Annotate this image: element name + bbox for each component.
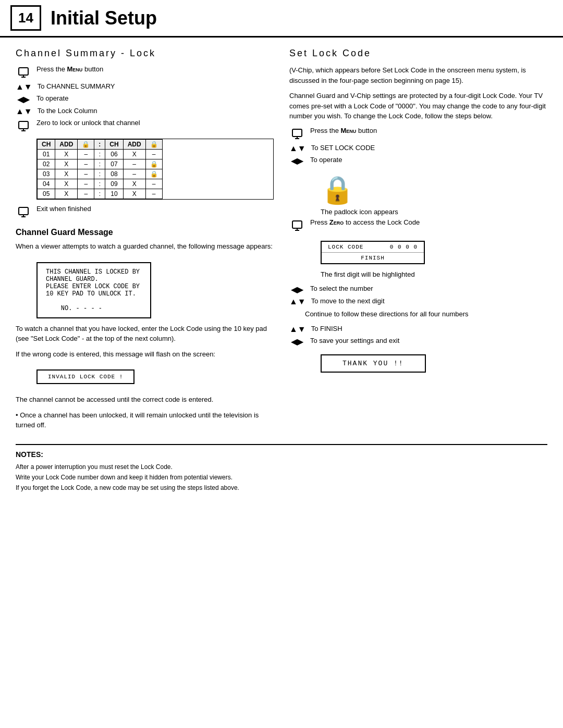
- table-row: 01X–:06X–: [38, 150, 163, 159]
- invalid-lock-code-box: INVALID LOCK CODE !: [36, 369, 134, 384]
- col-ch-2: CH: [105, 140, 123, 150]
- thank-you-text: THANK YOU !!: [342, 360, 404, 367]
- col-sep: :: [94, 140, 105, 150]
- lock-code-finish: FINISH: [322, 253, 424, 263]
- menu-button-icon: [16, 65, 31, 80]
- menu-button-icon-2: [16, 119, 31, 133]
- page-number: 14: [10, 5, 41, 31]
- note-item: If you forget the Lock Code, a new code …: [16, 483, 547, 493]
- channel-guard-message-box: THIS CHANNEL IS LOCKED BY CHANNEL GUARD.…: [36, 262, 151, 318]
- step-exit: Exit when finished: [16, 205, 274, 219]
- invalid-lock-code-text: INVALID LOCK CODE !: [48, 374, 123, 380]
- lock-code-display: LOCK CODE 0 0 0 0 FINISH: [321, 241, 425, 264]
- channel-summary-title: Channel Summary - Lock: [16, 48, 274, 59]
- step-updown-1: ▲▼ To CHANNEL SUMMARY: [16, 82, 274, 92]
- leftright-arrow-icon-r1: ◀▶: [289, 156, 305, 166]
- right-column: Set Lock Code (V-Chip, which appears bef…: [289, 48, 547, 434]
- leftright-arrow-icon-1: ◀▶: [16, 94, 31, 104]
- channel-guard-title: Channel Guard Message: [16, 228, 274, 237]
- content-area: Channel Summary - Lock Press the Menu bu…: [0, 48, 563, 434]
- step-leftright-1: ◀▶ To operate: [16, 94, 274, 104]
- channel-guard-para4: The channel cannot be accessed until the…: [16, 394, 274, 405]
- right-step-menu: Press the Menu button: [289, 127, 547, 141]
- menu-button-icon-r2: [289, 218, 305, 233]
- svg-rect-6: [19, 207, 28, 215]
- right-step2-text: To SET LOCK CODE: [311, 144, 547, 152]
- set-lock-para2: Channel Guard and V-Chip settings are pr…: [289, 91, 547, 121]
- table-row: 03X–:08–🔒: [38, 169, 163, 179]
- right-step1-text: Press the Menu button: [310, 127, 547, 134]
- note-item: After a power interruption you must rese…: [16, 462, 547, 472]
- next-digit-text: To move to the next digit: [311, 297, 547, 305]
- save-exit-row: ◀▶ To save your settings and exit: [289, 337, 547, 347]
- col-add-2: ADD: [123, 140, 145, 150]
- col-ch-1: CH: [38, 140, 55, 150]
- col-lock-1: 🔒: [78, 140, 94, 150]
- col-add-1: ADD: [55, 140, 78, 150]
- lock-code-label: LOCK CODE: [328, 244, 363, 250]
- channel-guard-section: Channel Guard Message When a viewer atte…: [16, 228, 274, 430]
- step-menu-1: Press the Menu button: [16, 65, 274, 80]
- save-exit-text: To save your settings and exit: [310, 337, 547, 344]
- table-row: 04X–:09X–: [38, 179, 163, 189]
- thank-you-box: THANK YOU !!: [321, 354, 426, 373]
- right-step3-text: To operate: [310, 156, 547, 164]
- lock-code-value: 0 0 0 0: [390, 244, 418, 250]
- page-title: Initial Setup: [51, 7, 157, 29]
- lock-code-row: LOCK CODE 0 0 0 0: [322, 242, 424, 253]
- col-lock-2: 🔒: [145, 140, 162, 150]
- step4-text: To the Lock Column: [38, 107, 274, 115]
- svg-rect-0: [19, 68, 28, 75]
- notes-title: NOTES:: [16, 450, 547, 459]
- table-row: 05X–:10X–: [38, 189, 163, 199]
- continue-text: Continue to follow these directions for …: [305, 309, 547, 319]
- svg-rect-9: [292, 129, 302, 137]
- step3-text: To operate: [36, 94, 274, 102]
- set-lock-title: Set Lock Code: [289, 48, 547, 59]
- step-menu-2: Zero to lock or unlock that channel: [16, 119, 274, 133]
- step1-text: Press the Menu button: [36, 65, 274, 73]
- to-finish-text: To FINISH: [311, 325, 547, 332]
- updown-arrow-icon-2: ▲▼: [16, 107, 32, 116]
- leftright-arrow-icon-r3: ◀▶: [289, 337, 305, 347]
- leftright-arrow-icon-r2: ◀▶: [289, 285, 305, 294]
- next-digit-row: ▲▼ To move to the next digit: [289, 297, 547, 306]
- note-item: Write your Lock Code number down and kee…: [16, 472, 547, 483]
- press-zero-text: Press Zero to access the Lock Code: [310, 218, 547, 226]
- large-padlock-icon: 🔒: [321, 174, 547, 206]
- padlock-note-row: The padlock icon appears: [321, 208, 547, 216]
- to-finish-row: ▲▼ To FINISH: [289, 325, 547, 334]
- updown-arrow-icon-r3: ▲▼: [289, 325, 306, 334]
- step2-text: To CHANNEL SUMMARY: [38, 82, 274, 90]
- left-column: Channel Summary - Lock Press the Menu bu…: [16, 48, 274, 434]
- notes-items: After a power interruption you must rese…: [16, 462, 547, 493]
- notes-section: NOTES: After a power interruption you mu…: [16, 444, 547, 493]
- updown-arrow-icon-r2: ▲▼: [289, 297, 306, 306]
- step5-text: Zero to lock or unlock that channel: [36, 119, 274, 127]
- bullet1: • Once a channel has been unlocked, it w…: [16, 410, 274, 430]
- step-updown-2: ▲▼ To the Lock Column: [16, 107, 274, 116]
- updown-arrow-icon-1: ▲▼: [16, 82, 32, 92]
- table-row: 02X–:07–🔒: [38, 159, 163, 169]
- channel-guard-para3: If the wrong code is entered, this messa…: [16, 349, 274, 360]
- channel-guard-para1: When a viewer attempts to watch a guarde…: [16, 241, 274, 252]
- first-digit-note: The first digit will be highlighted: [321, 269, 547, 280]
- page-header: 14 Initial Setup: [0, 0, 563, 38]
- select-number-row: ◀▶ To select the number: [289, 285, 547, 294]
- channel-table: CH ADD 🔒 : CH ADD 🔒 01X–:06X–02X–:07–🔒03…: [36, 139, 274, 200]
- svg-rect-3: [19, 121, 28, 129]
- padlock-note-text: The padlock icon appears: [321, 208, 547, 216]
- exit-text: Exit when finished: [36, 205, 274, 213]
- right-step-updown: ▲▼ To SET LOCK CODE: [289, 144, 547, 153]
- right-step-leftright: ◀▶ To operate: [289, 156, 547, 166]
- set-lock-para1: (V-Chip, which appears before Set Lock C…: [289, 65, 547, 85]
- menu-button-icon-3: [16, 205, 31, 219]
- updown-arrow-icon-r1: ▲▼: [289, 144, 306, 153]
- svg-rect-12: [292, 221, 302, 228]
- menu-button-icon-r1: [289, 127, 305, 141]
- select-number-text: To select the number: [310, 285, 547, 292]
- channel-guard-para2: To watch a channel that you have locked,…: [16, 324, 274, 344]
- press-zero-row: Press Zero to access the Lock Code: [289, 218, 547, 233]
